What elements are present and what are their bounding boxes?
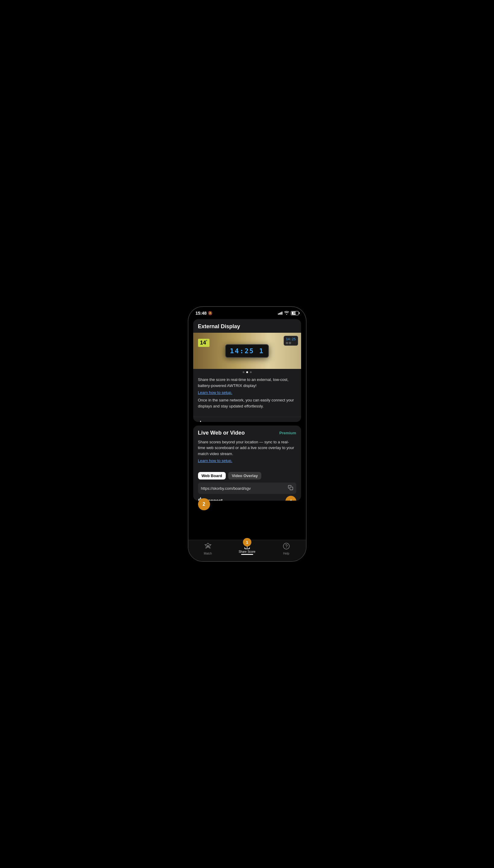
tab-active-line bbox=[241, 554, 253, 555]
badge-1: 1 bbox=[243, 538, 251, 546]
silent-icon: 🔕 bbox=[208, 311, 212, 315]
status-bar: 15:48 🔕 66 bbox=[188, 307, 306, 317]
dots-indicator bbox=[193, 369, 301, 374]
signal-bar-1 bbox=[278, 313, 279, 315]
url-text: https://skorby.com/board/sgv bbox=[201, 486, 288, 491]
match-icon bbox=[204, 542, 212, 551]
tab-videooverlay[interactable]: Video Overlay bbox=[228, 472, 261, 480]
tab-help[interactable]: Help bbox=[267, 542, 306, 555]
svg-rect-0 bbox=[290, 487, 293, 490]
external-display-title: External Display bbox=[193, 319, 301, 330]
settings-dot1 bbox=[286, 342, 288, 344]
external-display-desc2: Once in the same network, you can easily… bbox=[198, 397, 296, 409]
signal-bars bbox=[278, 312, 282, 315]
external-display-card: External Display 14° 14:25 1 14:25 bbox=[193, 319, 301, 422]
live-web-header: Live Web or Video Premium bbox=[193, 426, 301, 436]
live-web-card: Live Web or Video Premium Share scores b… bbox=[193, 426, 301, 501]
signal-bar-4 bbox=[282, 312, 282, 315]
dot-1 bbox=[243, 371, 244, 373]
tab-match-label: Match bbox=[204, 552, 212, 555]
signal-bar-3 bbox=[280, 312, 281, 315]
phone-screen: 15:48 🔕 66 bbox=[188, 307, 306, 561]
secondary-device: 14:25 bbox=[284, 336, 298, 346]
dot-2 bbox=[246, 371, 248, 373]
status-time: 15:48 bbox=[196, 310, 207, 315]
external-display-connect-btn[interactable]: ⏻ Connect bbox=[198, 421, 223, 422]
tab-share[interactable]: 1 Share Score bbox=[228, 543, 267, 555]
live-web-learn-link[interactable]: Learn how to setup. bbox=[198, 458, 232, 463]
tab-bar: Match 1 Share Score bbox=[188, 540, 306, 561]
signal-bar-2 bbox=[279, 313, 280, 315]
tab-share-label: Share Score bbox=[239, 550, 255, 553]
dot-3 bbox=[250, 371, 252, 373]
battery-container: 66 bbox=[291, 311, 299, 315]
display-scene: 14° 14:25 1 14:25 bbox=[193, 333, 301, 369]
display-device: 14:25 1 bbox=[225, 344, 269, 358]
url-row: https://skorby.com/board/sgv bbox=[198, 483, 296, 494]
battery-indicator: 66 bbox=[291, 311, 299, 315]
battery-text: 66 bbox=[291, 311, 298, 315]
scroll-content: External Display 14° 14:25 1 14:25 bbox=[188, 317, 306, 540]
tab-match[interactable]: Match bbox=[188, 542, 228, 555]
score-label: 14° bbox=[198, 339, 209, 347]
live-web-tabs: Web Board Video Overlay bbox=[193, 468, 301, 480]
phone-frame: 15:48 🔕 66 bbox=[188, 307, 306, 561]
external-display-connect-row: ⏻ Connect ••• bbox=[193, 417, 301, 422]
copy-icon[interactable] bbox=[288, 485, 293, 491]
wifi-icon bbox=[284, 311, 289, 315]
live-web-desc: Share scores beyond your location — sync… bbox=[198, 439, 296, 457]
svg-point-3 bbox=[283, 543, 289, 549]
live-web-title: Live Web or Video bbox=[198, 430, 245, 436]
tab-webboard[interactable]: Web Board bbox=[198, 472, 226, 480]
external-display-learn-link[interactable]: Learn how to setup. bbox=[198, 390, 232, 395]
power-icon: ⏻ bbox=[198, 421, 203, 422]
status-icons: 66 bbox=[278, 311, 299, 315]
battery-cap bbox=[299, 312, 300, 314]
settings-dot2 bbox=[289, 342, 291, 344]
live-connect-row: ⏻ Connect 4 bbox=[193, 494, 301, 501]
svg-point-1 bbox=[207, 545, 209, 547]
badge-2-container: 2 bbox=[193, 504, 301, 509]
help-icon bbox=[283, 542, 290, 551]
spacer bbox=[193, 513, 301, 535]
external-connect-label: Connect bbox=[205, 421, 223, 422]
external-display-desc1: Share the score in real-time to an exter… bbox=[198, 377, 296, 388]
external-display-body: Share the score in real-time to an exter… bbox=[193, 374, 301, 414]
badge-4: 4 bbox=[285, 496, 296, 501]
display-time: 14:25 1 bbox=[230, 347, 264, 355]
tab-help-label: Help bbox=[283, 552, 289, 555]
premium-badge: Premium bbox=[279, 431, 296, 435]
live-web-body: Share scores beyond your location — sync… bbox=[193, 436, 301, 469]
external-display-image: 14° 14:25 1 14:25 bbox=[193, 333, 301, 369]
badge-2: 2 bbox=[198, 498, 210, 510]
more-btn[interactable]: ••• bbox=[289, 420, 296, 422]
